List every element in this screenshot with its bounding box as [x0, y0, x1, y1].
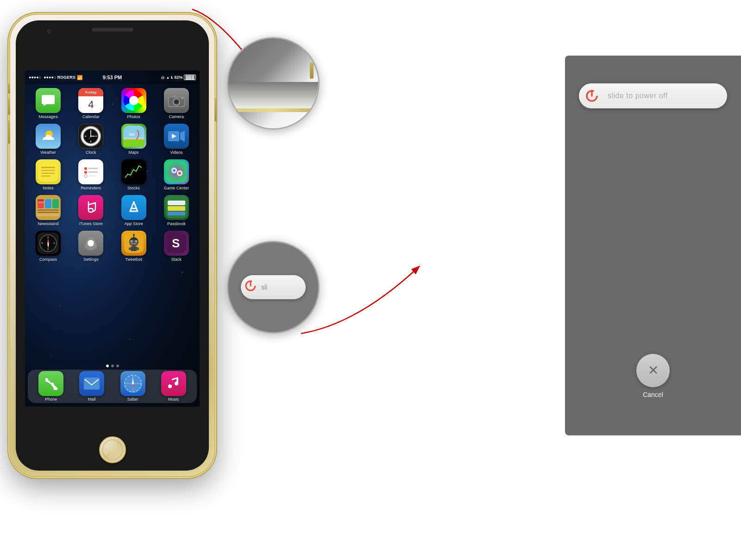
svg-rect-83	[129, 247, 131, 250]
dock-music[interactable]: Music	[161, 371, 186, 402]
svg-marker-23	[180, 131, 185, 142]
svg-rect-26	[41, 167, 55, 168]
page-dot-1	[106, 365, 109, 367]
svg-text:E: E	[54, 242, 55, 244]
app-maps[interactable]: 280 Maps	[113, 124, 154, 155]
svg-rect-5	[173, 95, 176, 97]
svg-rect-55	[168, 212, 185, 215]
app-passbook[interactable]: Passbook	[156, 195, 197, 226]
slider-text-zoomed: sli	[261, 283, 267, 291]
settings-label: Settings	[83, 257, 99, 262]
app-slack[interactable]: S Slack	[156, 231, 197, 262]
gamecenter-label: Game Center	[164, 186, 189, 190]
svg-point-33	[84, 171, 87, 174]
slide-to-power-off-control[interactable]: slide to power off	[579, 83, 727, 108]
app-gamecenter[interactable]: Game Center	[156, 159, 197, 190]
mail-icon[interactable]	[79, 371, 104, 396]
slide-text: slide to power off	[608, 92, 668, 100]
phone-icon[interactable]	[38, 371, 63, 396]
photos-label: Photos	[127, 114, 140, 119]
mute-switch[interactable]	[8, 83, 10, 94]
app-newsstand[interactable]: NEWS Newsstand	[28, 195, 69, 226]
svg-point-81	[133, 234, 135, 236]
appstore-icon[interactable]	[121, 195, 146, 220]
power-button[interactable]	[214, 98, 216, 121]
app-reminders[interactable]: Reminders	[70, 159, 111, 190]
carrier-name: ●●●●○ ROGERS	[44, 75, 75, 80]
maps-icon[interactable]: 280	[121, 124, 146, 149]
music-icon[interactable]	[161, 371, 186, 396]
app-itunes[interactable]: iTunes Store	[70, 195, 111, 226]
clock-face	[81, 126, 101, 146]
app-stocks[interactable]: Stocks	[113, 159, 154, 190]
passbook-icon[interactable]	[164, 195, 189, 220]
app-settings[interactable]: Settings	[70, 231, 111, 262]
svg-text:280: 280	[129, 132, 135, 137]
messages-icon[interactable]	[36, 88, 61, 113]
messages-label: Messages	[39, 114, 58, 119]
app-tweetbot[interactable]: Tweetbot	[113, 231, 154, 262]
svg-rect-51	[38, 212, 59, 213]
passbook-label: Passbook	[167, 221, 186, 226]
volume-down-button[interactable]	[8, 120, 10, 144]
cancel-button[interactable]: ✕	[636, 354, 670, 387]
volume-up-button[interactable]	[8, 98, 10, 115]
stocks-icon[interactable]	[121, 159, 146, 184]
calendar-icon[interactable]: Friday 4	[78, 88, 103, 113]
svg-text:NEWS: NEWS	[38, 201, 44, 203]
app-compass[interactable]: N S E W Compass	[28, 231, 69, 262]
compass-icon[interactable]: N S E W	[36, 231, 61, 256]
svg-text:N: N	[47, 237, 49, 239]
app-appstore[interactable]: App Store	[113, 195, 154, 226]
cancel-x-icon: ✕	[648, 364, 659, 377]
settings-icon[interactable]	[78, 231, 103, 256]
slack-label: Slack	[171, 257, 182, 262]
home-button[interactable]	[99, 436, 126, 463]
page-dot-2	[111, 365, 114, 367]
videos-label: Videos	[170, 150, 182, 155]
itunes-icon[interactable]	[78, 195, 103, 220]
safari-icon[interactable]	[120, 371, 145, 396]
app-camera[interactable]: Camera	[156, 88, 197, 119]
camera-icon[interactable]	[164, 88, 189, 113]
stocks-label: Stocks	[127, 186, 140, 190]
slider-thumb-zoomed: sli	[241, 275, 306, 299]
reminders-icon[interactable]	[78, 159, 103, 184]
clock-label: Clock	[86, 150, 96, 155]
iphone-screen: ●●●●○ ●●●●○ ROGERS 📶 9:53 PM @ ▲ Ⱡ 82% ▓…	[25, 70, 200, 407]
dock-safari[interactable]: Safari	[120, 371, 145, 402]
cancel-label: Cancel	[643, 391, 663, 398]
zoom-circle-power-button	[227, 37, 320, 130]
slack-icon[interactable]: S	[164, 231, 189, 256]
dock-mail[interactable]: Mail	[79, 371, 104, 402]
app-weather[interactable]: Weather	[28, 124, 69, 155]
camera-label: Camera	[169, 114, 184, 119]
tweetbot-icon[interactable]	[121, 231, 146, 256]
page-dots	[25, 365, 200, 367]
svg-rect-32	[88, 168, 98, 169]
gamecenter-icon[interactable]	[164, 159, 189, 184]
app-notes[interactable]: Notes	[28, 159, 69, 190]
dock-phone[interactable]: Phone	[38, 371, 63, 402]
app-clock[interactable]: Clock	[70, 124, 111, 155]
newsstand-icon[interactable]: NEWS	[36, 195, 61, 220]
notes-label: Notes	[43, 186, 54, 190]
zoom-circle-slider: sli	[227, 241, 320, 333]
svg-rect-84	[137, 247, 139, 250]
app-calendar[interactable]: Friday 4 Calendar	[70, 88, 111, 119]
app-photos[interactable]: Photos	[113, 88, 154, 119]
clock-icon[interactable]	[78, 124, 103, 149]
weather-icon[interactable]	[36, 124, 61, 149]
svg-point-94	[132, 383, 134, 384]
svg-point-71	[88, 240, 94, 246]
svg-text:S: S	[47, 248, 49, 250]
svg-rect-37	[123, 161, 144, 182]
app-messages[interactable]: Messages	[28, 88, 69, 119]
photos-icon[interactable]	[121, 88, 146, 113]
videos-icon[interactable]	[164, 124, 189, 149]
app-videos[interactable]: Videos	[156, 124, 197, 155]
cal-date: 4	[88, 96, 94, 113]
notes-icon[interactable]	[36, 159, 61, 184]
svg-point-78	[136, 241, 137, 242]
calendar-label: Calendar	[82, 114, 100, 119]
